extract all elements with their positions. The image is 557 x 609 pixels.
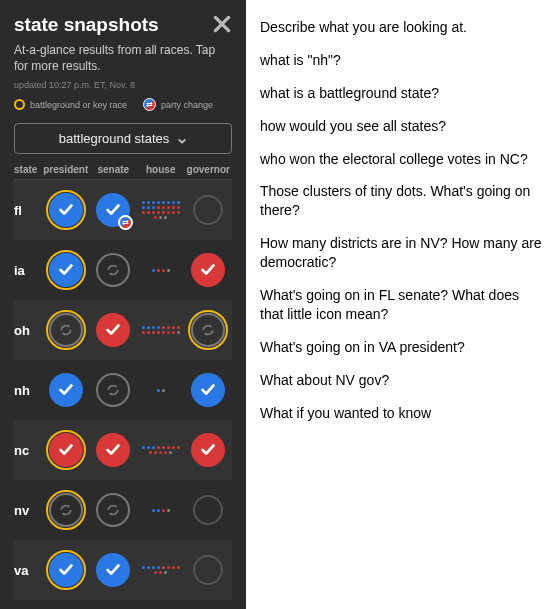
president-cell: [42, 253, 90, 287]
governor-cell: [185, 253, 233, 287]
legend: battleground or key race ⇄ party change: [14, 98, 232, 111]
table-header: state president senate house governor: [14, 164, 232, 180]
house-cell: [137, 509, 185, 512]
president-cell: [42, 493, 90, 527]
senate-result[interactable]: [96, 553, 130, 587]
state-abbr: va: [14, 563, 42, 578]
chevron-down-icon: [177, 134, 187, 144]
snapshots-panel: state snapshots At-a-glance results from…: [0, 0, 246, 609]
col-governor: governor: [185, 164, 233, 175]
senate-result[interactable]: ⇄: [96, 193, 130, 227]
president-result[interactable]: [49, 253, 83, 287]
senate-result[interactable]: [96, 433, 130, 467]
senate-cell: [90, 493, 138, 527]
governor-result[interactable]: [191, 253, 225, 287]
updated-timestamp: updated 10:27 p.m. ET, Nov. 8: [14, 80, 232, 90]
question-4: who won the electoral college votes in N…: [260, 150, 543, 169]
close-icon: [211, 13, 233, 35]
state-row-nc[interactable]: nc: [14, 420, 232, 480]
state-abbr: nc: [14, 443, 42, 458]
legend-flip-label: party change: [161, 100, 213, 110]
house-cell: [137, 326, 185, 334]
president-pending[interactable]: [49, 313, 83, 347]
governor-cell: [185, 373, 233, 407]
state-abbr: fl: [14, 203, 42, 218]
state-row-oh[interactable]: oh: [14, 300, 232, 360]
president-result[interactable]: [49, 373, 83, 407]
question-8: What's going on in VA president?: [260, 338, 543, 357]
house-districts[interactable]: [142, 509, 180, 512]
house-cell: [137, 446, 185, 454]
governor-pending[interactable]: [191, 313, 225, 347]
senate-pending[interactable]: [96, 253, 130, 287]
panel-subtitle: At-a-glance results from all races. Tap …: [14, 42, 232, 74]
governor-cell: [185, 195, 233, 225]
senate-result[interactable]: [96, 313, 130, 347]
senate-cell: [90, 253, 138, 287]
governor-cell: [185, 313, 233, 347]
governor-cell: [185, 555, 233, 585]
president-result[interactable]: [49, 553, 83, 587]
senate-cell: [90, 373, 138, 407]
senate-cell: [90, 433, 138, 467]
question-0: Describe what you are looking at.: [260, 18, 543, 37]
question-5: Those clusters of tiny dots. What's goin…: [260, 182, 543, 220]
questions-column: Describe what you are looking at.what is…: [246, 0, 557, 609]
president-cell: [42, 193, 90, 227]
state-row-va[interactable]: va: [14, 540, 232, 600]
house-districts[interactable]: [142, 446, 180, 454]
senate-cell: [90, 313, 138, 347]
house-districts[interactable]: [142, 269, 180, 272]
question-2: what is a battleground state?: [260, 84, 543, 103]
state-abbr: ia: [14, 263, 42, 278]
state-abbr: oh: [14, 323, 42, 338]
president-cell: [42, 313, 90, 347]
state-row-nh[interactable]: nh: [14, 360, 232, 420]
governor-none: [193, 555, 223, 585]
house-districts[interactable]: [142, 326, 180, 334]
president-pending[interactable]: [49, 493, 83, 527]
house-cell: [137, 566, 185, 574]
state-row-ia[interactable]: ia: [14, 240, 232, 300]
question-3: how would you see all states?: [260, 117, 543, 136]
house-districts[interactable]: [142, 389, 180, 392]
state-row-fl[interactable]: fl⇄: [14, 180, 232, 240]
state-abbr: nv: [14, 503, 42, 518]
governor-cell: [185, 495, 233, 525]
house-districts[interactable]: [142, 566, 180, 574]
governor-result[interactable]: [191, 433, 225, 467]
senate-cell: [90, 553, 138, 587]
battleground-ring-icon: [14, 99, 25, 110]
state-row-nv[interactable]: nv: [14, 480, 232, 540]
governor-none: [193, 495, 223, 525]
question-6: How many districts are in NV? How many a…: [260, 234, 543, 272]
state-rows: fl⇄iaohnhncnvva: [14, 180, 232, 600]
governor-cell: [185, 433, 233, 467]
legend-battleground-label: battleground or key race: [30, 100, 127, 110]
close-button[interactable]: [208, 10, 236, 38]
governor-none: [193, 195, 223, 225]
col-house: house: [137, 164, 185, 175]
col-president: president: [42, 164, 90, 175]
col-senate: senate: [90, 164, 138, 175]
senate-pending[interactable]: [96, 373, 130, 407]
panel-title: state snapshots: [14, 14, 232, 36]
house-cell: [137, 389, 185, 392]
president-result[interactable]: [49, 433, 83, 467]
president-cell: [42, 433, 90, 467]
question-1: what is "nh"?: [260, 51, 543, 70]
filter-label: battleground states: [59, 131, 170, 146]
senate-pending[interactable]: [96, 493, 130, 527]
house-districts[interactable]: [142, 201, 180, 219]
president-result[interactable]: [49, 193, 83, 227]
state-abbr: nh: [14, 383, 42, 398]
president-cell: [42, 553, 90, 587]
question-9: What about NV gov?: [260, 371, 543, 390]
house-cell: [137, 269, 185, 272]
governor-result[interactable]: [191, 373, 225, 407]
senate-cell: ⇄: [90, 193, 138, 227]
question-10: What if you wanted to know: [260, 404, 543, 423]
president-cell: [42, 373, 90, 407]
filter-dropdown[interactable]: battleground states: [14, 123, 232, 154]
house-cell: [137, 201, 185, 219]
